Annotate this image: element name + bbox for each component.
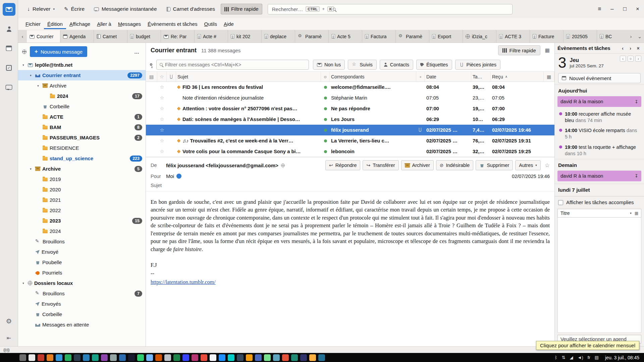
taskbar-app-icon[interactable]	[110, 354, 117, 361]
taskbar-app-icon[interactable]	[146, 354, 153, 361]
taskbar-app-icon[interactable]	[228, 354, 234, 361]
tab[interactable]: Facture	[530, 30, 564, 43]
message-row[interactable]: ☆ ♫♪ Trouvailles #2, c'est ce week-end à…	[146, 135, 554, 146]
space-mail-button[interactable]	[3, 3, 15, 16]
folder-row[interactable]: Pourriels	[18, 267, 146, 278]
menu-item[interactable]: Outils	[201, 19, 220, 29]
keyboard-layout-indicator[interactable]: fr	[588, 355, 590, 360]
folder-row[interactable]: 2022	[18, 205, 146, 216]
taskbar-app-icon[interactable]	[38, 354, 44, 361]
star-column-button[interactable]: ☆	[157, 72, 167, 81]
junk-button[interactable]: ⊘Indésirable	[436, 160, 474, 170]
folder-row[interactable]: Envoyé	[18, 247, 146, 257]
more-actions-button[interactable]: Autres▾	[515, 160, 540, 170]
tab-scroll-right-button[interactable]: ›	[627, 30, 635, 43]
next-view-button[interactable]: ›	[627, 46, 634, 51]
space-tasks-button[interactable]: ✓	[3, 61, 15, 74]
filter-button[interactable]: Suivis	[348, 60, 377, 70]
quick-filter-toolbar-button[interactable]: Filtre rapide	[221, 4, 262, 14]
reply-button[interactable]: ↩Répondre	[325, 160, 360, 170]
menu-item[interactable]: Aide	[220, 19, 237, 29]
taskbar-app-icon[interactable]	[164, 354, 171, 361]
folder-row[interactable]: ▾ lep0le@tntb.net	[18, 60, 146, 70]
menu-item[interactable]: Évènements et tâches	[144, 19, 201, 29]
folder-row[interactable]: RESIDENCE	[18, 143, 146, 153]
address-book-button[interactable]: Carnet d'adresses	[163, 4, 219, 14]
attachment-column-button[interactable]	[167, 72, 176, 81]
twisty-icon[interactable]: ▾	[28, 74, 33, 77]
taskbar-app-icon[interactable]	[65, 354, 71, 361]
write-button[interactable]: ✎ Écrire	[60, 4, 88, 14]
taskbar-app-icon[interactable]	[273, 354, 280, 361]
size-column-header[interactable]: Ta…	[471, 72, 491, 81]
message-row[interactable]: ☆ Attention : votre dossier n° 25077096 …	[146, 103, 554, 114]
message-row[interactable]: ☆ félix jousserand 02/07/20	[146, 125, 554, 135]
close-icon[interactable]: ×	[635, 46, 641, 51]
taskbar-app-icon[interactable]	[119, 354, 126, 361]
filter-button[interactable]: Pièces jointes	[455, 60, 500, 70]
prev-day-button[interactable]: ‹	[620, 56, 626, 62]
folder-row[interactable]: BAM 8	[18, 122, 146, 132]
app-menu-button[interactable]: ≡	[598, 6, 601, 12]
clock[interactable]: jeu. 3 juil., 08:45	[605, 355, 639, 360]
taskbar-app-icon[interactable]	[56, 354, 62, 361]
tab[interactable]: Carnet	[94, 30, 127, 43]
star-icon[interactable]: ☆	[157, 148, 167, 155]
get-messages-button[interactable]: ↓ Relever ▾	[23, 4, 58, 14]
show-completed-tasks-checkbox[interactable]: Afficher les tâches accomplies	[555, 196, 644, 208]
signature-link[interactable]: https://latentation.tumblr.com/	[151, 279, 216, 285]
taskbar-app-icon[interactable]	[173, 354, 180, 361]
folder-row[interactable]: 2019	[18, 174, 146, 184]
tab[interactable]: Paramè	[396, 30, 429, 43]
contact-avatar[interactable]	[176, 174, 181, 179]
taskbar-app-icon[interactable]	[291, 354, 298, 361]
tab[interactable]: ACTE 3	[496, 30, 530, 43]
taskbar-app-icon[interactable]	[47, 354, 53, 361]
agenda-event[interactable]: 19:00 test la roquette + affichage dans …	[555, 142, 644, 159]
tab[interactable]: Agenda	[60, 30, 94, 43]
taskbar-app-icon[interactable]	[128, 354, 135, 361]
thread-column-button[interactable]: ▤	[146, 72, 157, 81]
collapse-spaces-button[interactable]: ⇤	[3, 331, 15, 344]
taskbar-app-icon[interactable]	[74, 354, 80, 361]
space-chat-button[interactable]	[3, 81, 15, 94]
message-row[interactable]: ☆ FID 36 | Les rencontres du festival we…	[146, 82, 554, 93]
menu-item[interactable]: Aller à	[94, 19, 115, 29]
tab[interactable]: Acte 5	[329, 30, 362, 43]
star-icon[interactable]: ☆	[157, 116, 167, 122]
folder-row[interactable]: 2020	[18, 184, 146, 195]
folder-row[interactable]: Envoyés	[18, 299, 146, 309]
globe-icon[interactable]	[22, 50, 26, 54]
folder-row[interactable]: 2024 17	[18, 91, 146, 101]
archive-button[interactable]: Archiver	[401, 160, 434, 170]
minimize-button[interactable]: –	[610, 6, 613, 12]
tab[interactable]: Acte #	[195, 30, 228, 43]
taskbar-app-icon[interactable]	[182, 354, 189, 361]
filter-button[interactable]: Contacts	[380, 60, 413, 70]
bluetooth-icon[interactable]: ᛒ	[555, 355, 557, 360]
quick-filter-field[interactable]	[156, 60, 309, 70]
instant-messaging-button[interactable]: Messagerie instantanée	[90, 4, 161, 14]
im-status-icon[interactable]: ((o))	[3, 348, 9, 352]
folder-row[interactable]: 2021	[18, 195, 146, 205]
global-search-input[interactable]: Rechercher… CTRL + K	[268, 4, 513, 14]
twisty-icon[interactable]: ▾	[36, 84, 41, 87]
message-to[interactable]: Moi	[166, 173, 174, 179]
tab[interactable]: 202505	[564, 30, 597, 43]
taskbar-app-icon[interactable]	[255, 354, 262, 361]
allday-event-tomorrow[interactable]: david R à la maison ↧	[557, 171, 641, 181]
filter-button[interactable]: Non lus	[313, 60, 345, 70]
taskbar-app-icon[interactable]	[246, 354, 253, 361]
tasks-title-header[interactable]: Titre ▾ ▦	[557, 209, 641, 218]
correspondents-column-header[interactable]: Correspondants	[330, 72, 416, 81]
folder-row[interactable]: 2023 15	[18, 216, 146, 226]
subject-column-header[interactable]: Sujet	[176, 72, 321, 81]
folder-row[interactable]: stand_up_science 223	[18, 153, 146, 164]
folder-pane-options-button[interactable]: …	[132, 49, 142, 55]
today-button[interactable]: ○	[628, 56, 634, 62]
tab[interactable]: BC	[597, 30, 627, 43]
network-icon[interactable]: ⇅	[562, 355, 566, 360]
agenda-event[interactable]: 10:00 recuperer affiche musée bleu dans …	[555, 109, 644, 126]
display-options-icon[interactable]: ▦	[545, 47, 550, 53]
agenda-event[interactable]: 14:00 VISIO école remparts dans 5 h	[555, 126, 644, 142]
